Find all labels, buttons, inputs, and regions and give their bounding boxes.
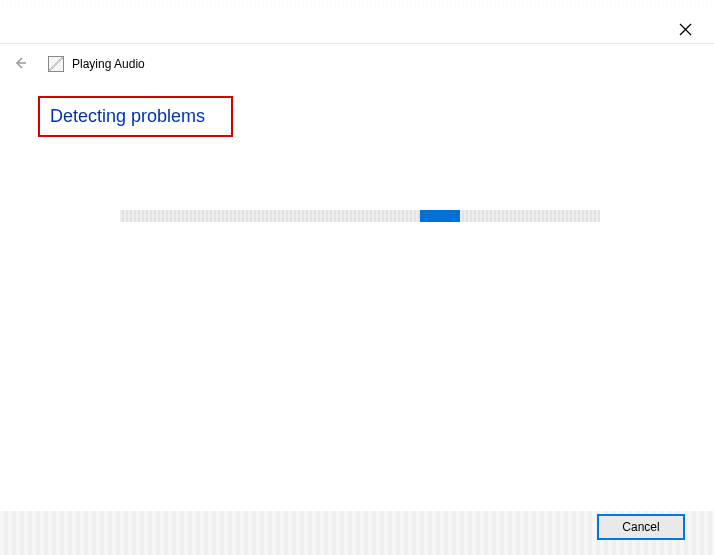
arrow-left-icon — [13, 56, 27, 73]
back-button — [8, 52, 32, 76]
wizard-footer: Cancel — [0, 495, 714, 555]
wizard-title: Playing Audio — [72, 57, 145, 71]
progress-bar — [120, 210, 600, 222]
progress-indicator — [420, 210, 460, 222]
status-heading: Detecting problems — [50, 106, 205, 127]
titlebar — [0, 0, 714, 44]
annotation-highlight: Detecting problems — [38, 96, 233, 137]
close-button[interactable] — [672, 18, 698, 44]
close-icon — [679, 23, 692, 39]
wizard-header: Playing Audio — [8, 52, 145, 76]
titlebar-ruler — [0, 0, 714, 8]
cancel-button[interactable]: Cancel — [598, 515, 684, 539]
audio-troubleshooter-icon — [48, 56, 64, 72]
